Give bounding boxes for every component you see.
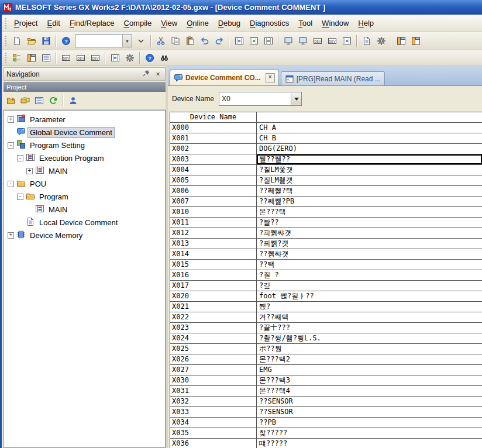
comment-cell[interactable]: ?질 ?	[257, 270, 482, 281]
options-button[interactable]	[123, 51, 137, 64]
device-cell[interactable]: X000	[170, 123, 257, 133]
tree-item-main[interactable]: +MAIN	[4, 164, 165, 177]
device-cell[interactable]: X025	[170, 344, 257, 354]
comment-cell[interactable]: 쩰??쩰??	[257, 154, 482, 165]
comment-cell[interactable]: 쪥?	[257, 302, 482, 312]
grid-header-device-name[interactable]: Device Name	[170, 112, 257, 123]
device-cell[interactable]: X027	[170, 365, 257, 375]
tree-item-pou[interactable]: -POU	[4, 177, 165, 190]
outline-view-button[interactable]	[39, 51, 53, 64]
comment-cell[interactable]: ??PB	[257, 418, 482, 428]
help-button[interactable]: ?	[59, 35, 73, 47]
start-monitor-button[interactable]	[281, 35, 295, 47]
comment-cell[interactable]: 몬???택	[257, 207, 482, 218]
comment-cell[interactable]: foot 쪥?될ㅑ??	[257, 291, 482, 302]
cut-button[interactable]	[154, 35, 168, 47]
tab-prg-read-main-read[interactable]: [PRG]Read MAIN (Read ...	[281, 71, 385, 85]
note-display-button[interactable]: DEV	[88, 51, 102, 64]
project-data-view-button[interactable]	[10, 51, 24, 64]
menu-item-edit[interactable]: Edit	[42, 17, 64, 29]
menu-item-debug[interactable]: Debug	[214, 17, 245, 29]
comment-cell[interactable]: ?질LM쵍걧	[257, 175, 482, 186]
device-cell[interactable]: X036	[170, 439, 257, 448]
close-icon[interactable]: ×	[153, 70, 163, 78]
expand-icon[interactable]: +	[26, 168, 33, 174]
device-cell[interactable]: X026	[170, 354, 257, 365]
menu-item-view[interactable]: View	[156, 17, 182, 29]
comment-cell[interactable]: ?픠쪩?걧	[257, 239, 482, 249]
device-cell[interactable]: X012	[170, 228, 257, 239]
expand-all-button[interactable]	[33, 95, 46, 107]
save-project-button[interactable]	[39, 35, 53, 47]
expand-icon[interactable]: +	[8, 116, 14, 123]
paste-button[interactable]	[183, 35, 197, 47]
tab-close-button[interactable]: ×	[266, 73, 275, 82]
device-cell[interactable]: X005	[170, 175, 257, 186]
tree-item-program-setting[interactable]: -Program Setting	[4, 139, 165, 151]
copy-data-button[interactable]	[19, 95, 32, 107]
device-cell[interactable]: X016	[170, 270, 257, 281]
comment-cell[interactable]: ??쩨쪭?PB	[257, 197, 482, 207]
comment-cell[interactable]: EMG	[257, 365, 482, 375]
comment-cell[interactable]: ?걒	[257, 281, 482, 291]
device-cell[interactable]: X013	[170, 239, 257, 249]
menu-item-tool[interactable]: Tool	[294, 17, 317, 29]
comment-cell[interactable]: ?짤??	[257, 218, 482, 228]
device-cell[interactable]: X031	[170, 386, 257, 397]
tree-item-device-memory[interactable]: +Device Memory	[4, 229, 165, 242]
device-cell[interactable]: X015	[170, 260, 257, 270]
menu-item-compile[interactable]: Compile	[119, 17, 156, 29]
comment-cell[interactable]: 겨??쌔택	[257, 312, 482, 323]
comment-cell[interactable]: CH B	[257, 133, 482, 144]
device-batch-monitor-button[interactable]: DEV	[311, 35, 325, 47]
device-cell[interactable]: X001	[170, 133, 257, 144]
device-cell[interactable]: X032	[170, 397, 257, 407]
menu-item-help[interactable]: Help	[353, 17, 378, 29]
context-help-button[interactable]: ?	[143, 51, 157, 64]
tree-item-main[interactable]: MAIN	[4, 203, 165, 216]
device-cell[interactable]: X006	[170, 186, 257, 197]
comment-display-button[interactable]: DEV	[59, 51, 73, 64]
tab-device-comment-co[interactable]: Device Comment CO...×	[170, 70, 279, 85]
menu-item-diagnostics[interactable]: Diagnostics	[245, 17, 294, 29]
window-tile-button[interactable]	[394, 35, 408, 47]
tree-item-program[interactable]: -Program	[4, 190, 165, 203]
comment-cell[interactable]: 찾?????	[257, 428, 482, 439]
write-to-plc-button[interactable]	[247, 35, 261, 47]
comment-cell[interactable]: ??택	[257, 260, 482, 270]
tree-item-global-device-comment[interactable]: Global Device Comment	[4, 126, 165, 139]
device-cell[interactable]: X002	[170, 144, 257, 154]
comment-cell[interactable]: ??SENSOR	[257, 397, 482, 407]
comment-cell[interactable]: ??SENSOR	[257, 407, 482, 418]
device-cell[interactable]: X014	[170, 249, 257, 260]
menu-item-online[interactable]: Online	[182, 17, 214, 29]
device-cell[interactable]: X024	[170, 333, 257, 344]
comment-cell[interactable]: ??쩨쪭?택	[257, 186, 482, 197]
pin-icon[interactable]	[142, 70, 151, 78]
comment-cell[interactable]: 몬???택2	[257, 354, 482, 365]
stop-monitor-button[interactable]	[296, 35, 310, 47]
redo-button[interactable]	[212, 35, 226, 47]
program-check-button[interactable]	[360, 35, 374, 47]
read-from-plc-button[interactable]	[232, 35, 246, 47]
collapse-icon[interactable]: -	[8, 181, 14, 187]
device-test-button[interactable]	[340, 35, 354, 47]
expand-icon[interactable]: +	[8, 232, 14, 239]
new-data-button[interactable]	[5, 95, 18, 107]
device-cell[interactable]: X003	[170, 154, 257, 165]
comment-cell[interactable]: 몬???택3	[257, 375, 482, 386]
new-project-button[interactable]	[10, 35, 24, 47]
combo-dropdown-button[interactable]	[291, 93, 301, 105]
copy-button[interactable]	[168, 35, 183, 47]
collapse-icon[interactable]: -	[8, 142, 14, 149]
tree-item-local-device-comment[interactable]: Local Device Comment	[4, 216, 165, 229]
device-cell[interactable]: X035	[170, 428, 257, 439]
collapse-icon[interactable]: -	[17, 194, 23, 200]
statement-display-button[interactable]: DEV	[74, 51, 88, 64]
device-cell[interactable]: X011	[170, 218, 257, 228]
docking-window-button[interactable]	[25, 51, 39, 64]
menu-item-project[interactable]: Project	[9, 17, 42, 29]
device-cell[interactable]: X004	[170, 165, 257, 175]
verify-with-plc-button[interactable]	[261, 35, 276, 47]
undo-button[interactable]	[198, 35, 212, 47]
